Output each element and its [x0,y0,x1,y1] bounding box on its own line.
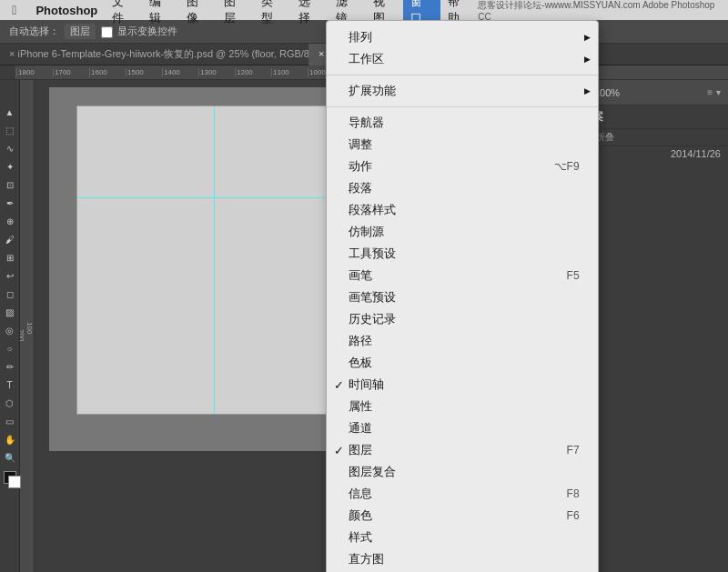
menubar-edit[interactable]: 编辑 [142,0,179,28]
menu-section-arrange: 排列 工作区 [327,25,598,72]
tool-crop[interactable]: ⊡ [2,176,18,193]
tool-hand[interactable]: ✋ [2,431,18,447]
ruler-mark: 1800 [16,68,53,76]
tab-iphone[interactable]: × iPhone 6-Template-Grey-hiiwork-恢复的.psd… [0,44,309,65]
tool-blur[interactable]: ◎ [2,322,18,338]
tool-history[interactable]: ↩ [2,267,18,284]
menu-item-histogram[interactable]: 直方图 [327,548,598,570]
menu-item-arrange[interactable]: 排列 [327,26,598,48]
menu-item-styles[interactable]: 样式 [327,527,598,548]
menubar-right-text: 思客设计排论坛-wwww.MISSYUAN.com Adobe Photosho… [478,0,721,22]
menu-item-layers[interactable]: 图层 F7 [327,439,598,461]
window-menu[interactable]: 排列 工作区 扩展功能 导航器 调整 动作 ⌥F9 段落 段落样式 仿制源 [326,20,599,572]
menu-item-brush[interactable]: 画笔 F5 [327,265,598,286]
ruler-vertical: 100 200 300 400 500 [20,80,35,572]
tool-pen[interactable]: ✏ [2,358,18,375]
menubar-file[interactable]: 文件 [105,0,142,28]
ruler-mark: 1100 [271,68,308,76]
menu-section-extensions: 扩展功能 [327,78,598,104]
tool-heal[interactable]: ⊕ [2,213,18,229]
menu-item-timeline[interactable]: 时间轴 [327,374,598,396]
tool-eraser[interactable]: ◻ [2,286,18,302]
ruler-mark: 1300 [198,68,235,76]
menubar-photoshop[interactable]: Photoshop [28,2,105,19]
menu-item-layer-comps[interactable]: 图层复合 [327,461,598,483]
ruler-mark: 1600 [89,68,126,76]
menubar-image[interactable]: 图像 [179,0,217,28]
tool-path[interactable]: ⬡ [2,395,18,411]
tool-select[interactable]: ⬚ [2,122,18,138]
background-color[interactable] [8,476,21,488]
tab-iphone-label: × iPhone 6-Template-Grey-hiiwork-恢复的.psd… [9,47,309,61]
ruler-mark: 1400 [162,68,198,76]
menubar-type[interactable]: 类型 [254,0,291,28]
menu-item-paragraph[interactable]: 段落 [327,177,598,199]
tool-eyedropper[interactable]: ✒ [2,195,18,211]
menu-item-color[interactable]: 颜色 F6 [327,505,598,527]
tool-lasso[interactable]: ∿ [2,140,18,156]
menubar:  Photoshop 文件 编辑 图像 图层 类型 选择 滤镜 视图 窗口 帮… [0,0,728,20]
foreground-color[interactable] [4,471,16,484]
menubar-select[interactable]: 选择 [291,0,329,28]
menu-item-para-style[interactable]: 段落样式 [327,199,598,221]
tool-text[interactable]: T [2,376,18,393]
menu-item-tool-presets[interactable]: 工具预设 [327,243,598,265]
menu-item-swatches[interactable]: 色板 [327,352,598,374]
menu-item-navigator[interactable]: 导航器 [327,112,598,134]
menubar-layer[interactable]: 图层 [217,0,254,28]
menu-section-panels: 导航器 调整 动作 ⌥F9 段落 段落样式 仿制源 工具预设 画笔 F5 画笔预… [327,110,598,572]
tool-shape[interactable]: ▭ [2,413,18,429]
apple-logo:  [7,3,21,17]
tool-magic[interactable]: ✦ [2,158,18,175]
ruler-mark: 1200 [235,68,271,76]
menu-item-properties[interactable]: 属性 [327,396,598,417]
sidebar-tools: ▲ ⬚ ∿ ✦ ⊡ ✒ ⊕ 🖌 ⊞ ↩ ◻ ▨ ◎ ○ ✏ T ⬡ ▭ ✋ 🔍 [0,80,20,572]
menu-item-history[interactable]: 历史记录 [327,308,598,330]
guide-vertical [214,106,215,414]
toolbar-layer[interactable]: 图层 [65,24,96,39]
menu-item-adjustments[interactable]: 调整 [327,134,598,156]
panel-icon-1[interactable]: ≡ [707,87,713,97]
tool-zoom[interactable]: 🔍 [2,449,18,466]
panel-header-icons: ≡ ▾ [707,87,721,97]
menu-item-brush-presets[interactable]: 画笔预设 [327,286,598,308]
menu-item-extensions[interactable]: 扩展功能 [327,80,598,102]
tool-clone[interactable]: ⊞ [2,249,18,266]
menu-item-actions[interactable]: 动作 ⌥F9 [327,156,598,177]
menu-separator-2 [327,106,598,107]
menu-item-clone-source[interactable]: 仿制源 [327,221,598,243]
ruler-mark: 1500 [126,68,162,76]
tool-move[interactable]: ▲ [2,104,18,120]
tool-brush[interactable]: 🖌 [2,231,18,247]
panel-icon-2[interactable]: ▾ [716,87,721,97]
tool-gradient[interactable]: ▨ [2,304,18,320]
tool-dodge[interactable]: ○ [2,340,18,356]
menu-item-channels[interactable]: 通道 [327,417,598,439]
toolbar-auto-select[interactable]: 自动选择： [4,23,65,40]
menu-item-info[interactable]: 信息 F8 [327,483,598,505]
menu-item-paths[interactable]: 路径 [327,330,598,352]
menu-separator-1 [327,75,598,75]
ruler-mark: 1700 [53,68,89,76]
menu-item-workspace[interactable]: 工作区 [327,48,598,70]
